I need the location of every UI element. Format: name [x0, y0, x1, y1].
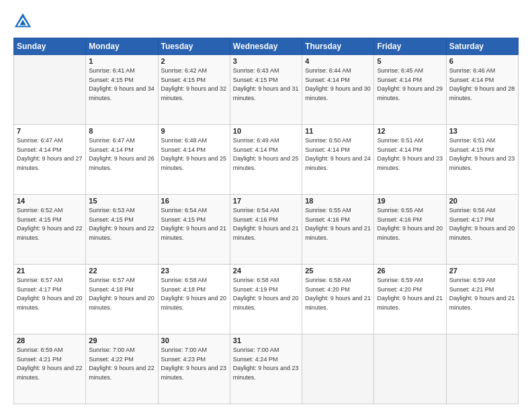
- calendar-cell: 5 Sunrise: 6:45 AM Sunset: 4:14 PM Dayli…: [374, 55, 446, 125]
- day-info: Sunrise: 6:58 AM Sunset: 4:18 PM Dayligh…: [161, 276, 227, 312]
- calendar-cell: [446, 334, 518, 404]
- week-row-2: 14 Sunrise: 6:52 AM Sunset: 4:15 PM Dayl…: [14, 195, 519, 265]
- logo: [13, 12, 35, 31]
- calendar-cell: 14 Sunrise: 6:52 AM Sunset: 4:15 PM Dayl…: [14, 195, 86, 265]
- calendar-cell: 8 Sunrise: 6:47 AM Sunset: 4:14 PM Dayli…: [86, 125, 158, 195]
- weekday-header-tuesday: Tuesday: [158, 38, 230, 55]
- calendar-cell: 20 Sunrise: 6:56 AM Sunset: 4:17 PM Dayl…: [446, 195, 518, 265]
- weekday-header-friday: Friday: [374, 38, 446, 55]
- day-info: Sunrise: 6:47 AM Sunset: 4:14 PM Dayligh…: [17, 136, 83, 173]
- calendar-cell: 26 Sunrise: 6:59 AM Sunset: 4:20 PM Dayl…: [374, 265, 446, 334]
- calendar-cell: 19 Sunrise: 6:55 AM Sunset: 4:16 PM Dayl…: [374, 195, 446, 265]
- calendar-cell: 10 Sunrise: 6:49 AM Sunset: 4:14 PM Dayl…: [230, 125, 302, 195]
- weekday-header-row: SundayMondayTuesdayWednesdayThursdayFrid…: [14, 38, 519, 55]
- day-info: Sunrise: 6:59 AM Sunset: 4:21 PM Dayligh…: [449, 276, 515, 312]
- day-info: Sunrise: 6:54 AM Sunset: 4:15 PM Dayligh…: [161, 206, 227, 242]
- calendar-cell: 3 Sunrise: 6:43 AM Sunset: 4:15 PM Dayli…: [230, 55, 302, 125]
- calendar: SundayMondayTuesdayWednesdayThursdayFrid…: [13, 38, 519, 404]
- day-number: 27: [449, 267, 515, 275]
- calendar-cell: [302, 334, 374, 404]
- day-number: 9: [161, 127, 227, 135]
- weekday-header-monday: Monday: [86, 38, 158, 55]
- day-number: 24: [233, 267, 299, 275]
- page: SundayMondayTuesdayWednesdayThursdayFrid…: [0, 0, 532, 411]
- day-number: 8: [89, 127, 154, 135]
- header: [13, 12, 519, 31]
- calendar-cell: 21 Sunrise: 6:57 AM Sunset: 4:17 PM Dayl…: [14, 265, 86, 334]
- day-info: Sunrise: 6:49 AM Sunset: 4:14 PM Dayligh…: [233, 136, 299, 173]
- day-number: 12: [377, 127, 443, 135]
- day-info: Sunrise: 6:52 AM Sunset: 4:15 PM Dayligh…: [17, 206, 83, 242]
- day-number: 31: [233, 336, 299, 345]
- day-info: Sunrise: 7:00 AM Sunset: 4:22 PM Dayligh…: [89, 346, 154, 382]
- calendar-cell: 16 Sunrise: 6:54 AM Sunset: 4:15 PM Dayl…: [158, 195, 230, 265]
- day-number: 14: [17, 197, 83, 205]
- calendar-cell: 2 Sunrise: 6:42 AM Sunset: 4:15 PM Dayli…: [158, 55, 230, 125]
- day-info: Sunrise: 6:50 AM Sunset: 4:14 PM Dayligh…: [305, 136, 371, 173]
- calendar-cell: 22 Sunrise: 6:57 AM Sunset: 4:18 PM Dayl…: [86, 265, 158, 334]
- weekday-header-thursday: Thursday: [302, 38, 374, 55]
- day-info: Sunrise: 6:41 AM Sunset: 4:15 PM Dayligh…: [89, 66, 154, 103]
- day-number: 25: [305, 267, 371, 275]
- day-number: 20: [449, 197, 515, 205]
- calendar-cell: [374, 334, 446, 404]
- day-info: Sunrise: 6:51 AM Sunset: 4:15 PM Dayligh…: [449, 136, 515, 173]
- day-number: 22: [89, 267, 154, 275]
- calendar-cell: 30 Sunrise: 7:00 AM Sunset: 4:23 PM Dayl…: [158, 334, 230, 404]
- calendar-cell: 23 Sunrise: 6:58 AM Sunset: 4:18 PM Dayl…: [158, 265, 230, 334]
- day-number: 1: [89, 57, 154, 65]
- week-row-1: 7 Sunrise: 6:47 AM Sunset: 4:14 PM Dayli…: [14, 125, 519, 195]
- day-info: Sunrise: 6:59 AM Sunset: 4:21 PM Dayligh…: [17, 346, 83, 382]
- day-number: 17: [233, 197, 299, 205]
- calendar-cell: 11 Sunrise: 6:50 AM Sunset: 4:14 PM Dayl…: [302, 125, 374, 195]
- day-info: Sunrise: 6:54 AM Sunset: 4:16 PM Dayligh…: [233, 206, 299, 242]
- day-info: Sunrise: 6:56 AM Sunset: 4:17 PM Dayligh…: [449, 206, 515, 242]
- calendar-cell: 13 Sunrise: 6:51 AM Sunset: 4:15 PM Dayl…: [446, 125, 518, 195]
- calendar-cell: 25 Sunrise: 6:58 AM Sunset: 4:20 PM Dayl…: [302, 265, 374, 334]
- day-number: 21: [17, 267, 83, 275]
- day-number: 11: [305, 127, 371, 135]
- day-info: Sunrise: 6:44 AM Sunset: 4:14 PM Dayligh…: [305, 66, 371, 103]
- day-info: Sunrise: 7:00 AM Sunset: 4:23 PM Dayligh…: [161, 346, 227, 382]
- calendar-cell: 31 Sunrise: 7:00 AM Sunset: 4:24 PM Dayl…: [230, 334, 302, 404]
- day-info: Sunrise: 6:58 AM Sunset: 4:20 PM Dayligh…: [305, 276, 371, 312]
- day-info: Sunrise: 6:53 AM Sunset: 4:15 PM Dayligh…: [89, 206, 154, 242]
- weekday-header-saturday: Saturday: [446, 38, 518, 55]
- calendar-cell: 27 Sunrise: 6:59 AM Sunset: 4:21 PM Dayl…: [446, 265, 518, 334]
- calendar-cell: 18 Sunrise: 6:55 AM Sunset: 4:16 PM Dayl…: [302, 195, 374, 265]
- day-number: 4: [305, 57, 371, 65]
- day-info: Sunrise: 6:57 AM Sunset: 4:18 PM Dayligh…: [89, 276, 154, 312]
- day-info: Sunrise: 6:59 AM Sunset: 4:20 PM Dayligh…: [377, 276, 443, 312]
- calendar-cell: 6 Sunrise: 6:46 AM Sunset: 4:14 PM Dayli…: [446, 55, 518, 125]
- day-number: 7: [17, 127, 83, 135]
- day-number: 5: [377, 57, 443, 65]
- calendar-cell: 15 Sunrise: 6:53 AM Sunset: 4:15 PM Dayl…: [86, 195, 158, 265]
- day-info: Sunrise: 6:51 AM Sunset: 4:14 PM Dayligh…: [377, 136, 443, 173]
- weekday-header-sunday: Sunday: [14, 38, 86, 55]
- day-info: Sunrise: 6:55 AM Sunset: 4:16 PM Dayligh…: [377, 206, 443, 242]
- day-number: 2: [161, 57, 227, 65]
- day-number: 13: [449, 127, 515, 135]
- day-info: Sunrise: 6:48 AM Sunset: 4:14 PM Dayligh…: [161, 136, 227, 173]
- day-number: 10: [233, 127, 299, 135]
- calendar-cell: 12 Sunrise: 6:51 AM Sunset: 4:14 PM Dayl…: [374, 125, 446, 195]
- day-info: Sunrise: 6:45 AM Sunset: 4:14 PM Dayligh…: [377, 66, 443, 103]
- calendar-cell: 7 Sunrise: 6:47 AM Sunset: 4:14 PM Dayli…: [14, 125, 86, 195]
- day-info: Sunrise: 6:58 AM Sunset: 4:19 PM Dayligh…: [233, 276, 299, 312]
- day-number: 6: [449, 57, 515, 65]
- calendar-cell: 4 Sunrise: 6:44 AM Sunset: 4:14 PM Dayli…: [302, 55, 374, 125]
- day-number: 28: [17, 336, 83, 345]
- day-number: 15: [89, 197, 154, 205]
- day-number: 18: [305, 197, 371, 205]
- week-row-3: 21 Sunrise: 6:57 AM Sunset: 4:17 PM Dayl…: [14, 265, 519, 334]
- day-info: Sunrise: 6:57 AM Sunset: 4:17 PM Dayligh…: [17, 276, 83, 312]
- day-number: 23: [161, 267, 227, 275]
- day-info: Sunrise: 6:55 AM Sunset: 4:16 PM Dayligh…: [305, 206, 371, 242]
- calendar-cell: 29 Sunrise: 7:00 AM Sunset: 4:22 PM Dayl…: [86, 334, 158, 404]
- day-number: 19: [377, 197, 443, 205]
- week-row-0: 1 Sunrise: 6:41 AM Sunset: 4:15 PM Dayli…: [14, 55, 519, 125]
- day-info: Sunrise: 6:43 AM Sunset: 4:15 PM Dayligh…: [233, 66, 299, 103]
- day-info: Sunrise: 6:47 AM Sunset: 4:14 PM Dayligh…: [89, 136, 154, 173]
- logo-icon: [13, 12, 32, 31]
- day-info: Sunrise: 6:42 AM Sunset: 4:15 PM Dayligh…: [161, 66, 227, 103]
